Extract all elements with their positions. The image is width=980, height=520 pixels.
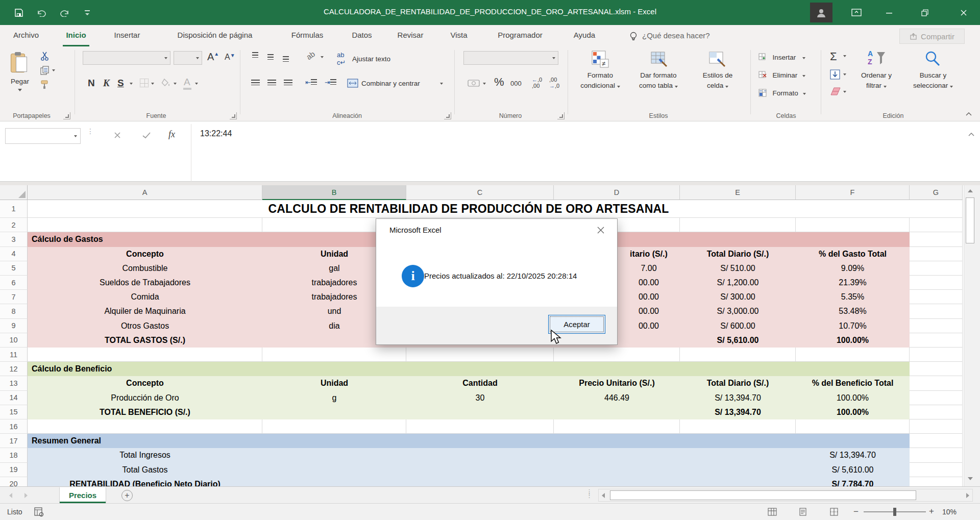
column-header-C[interactable]: C (406, 185, 554, 200)
minimize-button[interactable] (876, 0, 902, 25)
row-header-6[interactable]: 6 (0, 276, 28, 290)
fill-color-dropdown-caret[interactable] (174, 83, 177, 85)
cell-bg-G3[interactable] (910, 232, 963, 246)
redo-icon[interactable] (58, 6, 71, 19)
scroll-right-icon[interactable] (966, 493, 969, 498)
cell-D6[interactable]: 00.00 (618, 276, 680, 290)
increase-decimal-button[interactable]: ←,0,00 (532, 77, 542, 89)
autosum-button[interactable]: Σ (830, 50, 837, 63)
cell-bg-A16[interactable] (28, 419, 262, 434)
ribbon-tab-programador[interactable]: Programador (498, 31, 543, 39)
underline-button[interactable]: S (117, 78, 124, 89)
row-header-11[interactable]: 11 (0, 348, 28, 362)
cell-A10[interactable]: TOTAL GASTOS (S/.) (28, 333, 262, 348)
cell-F18[interactable]: S/ 13,394.70 (796, 448, 910, 462)
sheet-tab-precios[interactable]: Precios (59, 487, 106, 503)
ribbon-tab-inicio[interactable]: Inicio (66, 31, 86, 39)
orientation-icon[interactable]: ab (305, 49, 316, 61)
column-header-G[interactable]: G (910, 185, 963, 200)
cell-F8[interactable]: 53.48% (796, 304, 910, 318)
cell-bg-D16[interactable] (554, 419, 680, 434)
row-header-1[interactable]: 1 (0, 200, 28, 218)
decrease-decimal-button[interactable]: ,00→,0 (549, 77, 559, 89)
row-header-10[interactable]: 10 (0, 333, 28, 348)
column-header-B[interactable]: B (262, 185, 406, 200)
cell-A5[interactable]: Combustible (28, 261, 262, 276)
avatar[interactable] (810, 3, 832, 22)
cancel-entry-icon[interactable] (113, 131, 121, 139)
page-layout-view-icon[interactable] (799, 508, 806, 516)
underline-dropdown-caret[interactable] (130, 83, 133, 85)
row-header-3[interactable]: 3 (0, 232, 28, 246)
cell-bg-G13[interactable] (910, 376, 963, 390)
undo-icon[interactable] (35, 6, 48, 19)
cell-bg-G12[interactable] (910, 362, 963, 376)
title-cell[interactable]: CALCULO DE RENTABILIDAD DE PRODUCCIÓN DE… (28, 200, 910, 218)
alignment-dialog-launcher[interactable] (444, 112, 451, 119)
clear-dropdown-caret[interactable] (843, 91, 846, 93)
cell-bg-G8[interactable] (910, 304, 963, 318)
bold-button[interactable]: N (88, 78, 95, 89)
font-size-combo[interactable] (174, 51, 202, 65)
cell-E15[interactable]: S/ 13,394.70 (680, 405, 796, 419)
horizontal-scrollbar[interactable] (598, 489, 973, 502)
cell-F7[interactable]: 5.35% (796, 290, 910, 304)
column-header-E[interactable]: E (680, 185, 796, 200)
cell-F13[interactable]: % del Beneficio Total (796, 376, 910, 390)
cell-A9[interactable]: Otros Gastos (28, 319, 262, 333)
formula-input[interactable] (191, 124, 967, 182)
row-header-2[interactable]: 2 (0, 218, 28, 232)
cell-bg-F16[interactable] (796, 419, 910, 434)
fill-down-icon[interactable] (830, 69, 840, 80)
name-box-caret[interactable] (74, 135, 77, 137)
font-color-icon[interactable]: A (184, 77, 190, 88)
cell-A7[interactable]: Comida (28, 290, 262, 304)
macro-record-icon[interactable] (34, 507, 44, 517)
collapse-formula-bar-icon[interactable] (968, 132, 975, 137)
customize-quick-access-icon[interactable] (81, 6, 94, 19)
cell-E8[interactable]: S/ 3,000.00 (680, 304, 796, 318)
cell-C14[interactable]: 30 (406, 391, 554, 405)
insert-function-button[interactable]: fx (168, 129, 175, 140)
cell-E5[interactable]: S/ 510.00 (680, 261, 796, 276)
cell-A20[interactable]: RENTABILIDAD (Beneficio Neto Diario) (28, 477, 262, 486)
autosum-dropdown-caret[interactable] (843, 55, 846, 57)
cell-A8[interactable]: Alquiler de Maquinaria (28, 304, 262, 318)
ribbon-display-options-icon[interactable] (843, 0, 870, 25)
zoom-in-button[interactable]: + (929, 506, 934, 516)
cut-icon[interactable] (40, 51, 50, 61)
clipboard-dialog-launcher[interactable] (63, 112, 70, 119)
save-icon[interactable] (12, 6, 26, 19)
cell-bg-G18[interactable] (910, 448, 963, 462)
format-cells-button[interactable]: Formato (758, 89, 806, 100)
cell-F6[interactable]: 21.39% (796, 276, 910, 290)
copy-icon[interactable] (40, 65, 50, 76)
row-header-18[interactable]: 18 (0, 448, 28, 462)
new-sheet-button[interactable]: + (121, 490, 133, 501)
cell-A13[interactable]: Concepto (28, 376, 262, 390)
share-button[interactable]: Compartir (899, 29, 965, 44)
ribbon-tab-ayuda[interactable]: Ayuda (574, 31, 595, 39)
number-dialog-launcher[interactable] (557, 112, 565, 119)
cell-bg-B16[interactable] (262, 419, 406, 434)
cell-bg-F11[interactable] (796, 348, 910, 362)
cell-bg-G14[interactable] (910, 391, 963, 405)
restore-button[interactable] (912, 0, 938, 25)
cell-E6[interactable]: S/ 1,200.00 (680, 276, 796, 290)
row-header-14[interactable]: 14 (0, 391, 28, 405)
cell-F5[interactable]: 9.09% (796, 261, 910, 276)
font-color-dropdown-caret[interactable] (195, 83, 198, 85)
scroll-up-icon[interactable] (968, 189, 973, 192)
cell-F20[interactable]: S/ 7,784.70 (796, 477, 910, 486)
cell-bg-G16[interactable] (910, 419, 963, 434)
delete-cells-button[interactable]: Eliminar (758, 71, 805, 82)
cell-A4[interactable]: Concepto (28, 247, 262, 261)
sheet-nav-left-icon[interactable] (9, 493, 12, 498)
dialog-close-button[interactable] (593, 223, 608, 237)
cell-bg-G19[interactable] (910, 463, 963, 477)
sheet-nav-right-icon[interactable] (24, 493, 28, 498)
cell-C13[interactable]: Cantidad (406, 376, 554, 390)
cell-F19[interactable]: S/ 5,610.00 (796, 463, 910, 477)
cell-bg-G10[interactable] (910, 333, 963, 348)
percent-style-button[interactable]: % (494, 76, 504, 89)
